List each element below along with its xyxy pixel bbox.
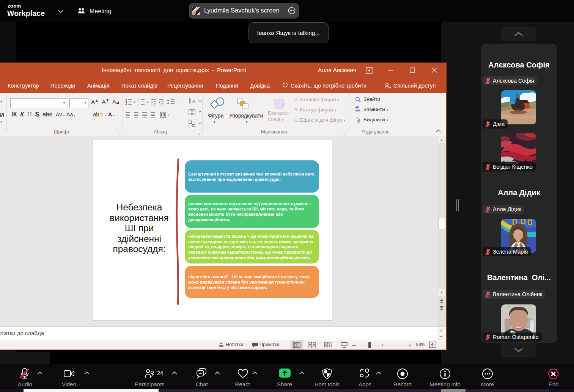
svg-text:A: A xyxy=(192,99,195,103)
